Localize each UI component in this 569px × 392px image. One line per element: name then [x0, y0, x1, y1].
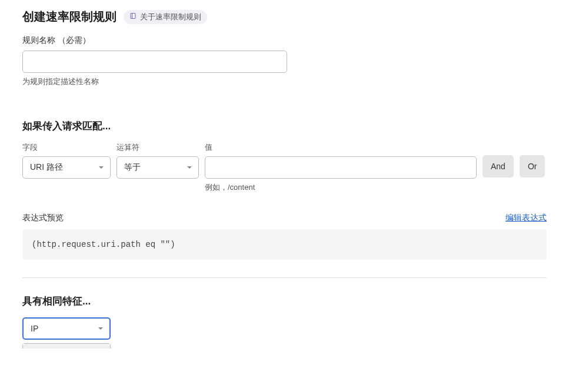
svg-rect-0 — [131, 14, 135, 19]
help-link-text: 关于速率限制规则 — [140, 12, 201, 22]
chevron-down-icon — [98, 165, 104, 170]
chevron-down-icon — [98, 326, 104, 331]
characteristics-select[interactable]: IP — [22, 317, 111, 340]
expression-preview-box: (http.request.uri.path eq "") — [22, 229, 547, 260]
or-button[interactable]: Or — [520, 155, 545, 177]
rule-name-input[interactable] — [22, 51, 287, 73]
field-label: 字段 — [22, 142, 111, 153]
characteristics-title: 具有相同特征... — [22, 294, 547, 308]
value-label: 值 — [205, 142, 477, 153]
value-input[interactable] — [205, 156, 477, 179]
characteristics-dropdown: IP 自定义 — [22, 343, 111, 349]
page-title: 创建速率限制规则 — [22, 9, 117, 25]
dropdown-option-ip[interactable]: IP — [23, 344, 110, 349]
chevron-down-icon — [187, 165, 192, 170]
edit-expression-link[interactable]: 编辑表达式 — [505, 213, 547, 223]
operator-select-value: 等于 — [124, 162, 141, 173]
field-select-value: URI 路径 — [30, 162, 63, 173]
and-button[interactable]: And — [483, 155, 514, 177]
rule-name-label: 规则名称 （必需） — [22, 35, 547, 46]
help-link[interactable]: 关于速率限制规则 — [124, 10, 207, 24]
field-select[interactable]: URI 路径 — [22, 156, 111, 179]
value-hint: 例如，/content — [205, 182, 477, 193]
operator-select[interactable]: 等于 — [117, 156, 199, 179]
expression-preview-label: 表达式预览 — [22, 213, 64, 223]
operator-label: 运算符 — [117, 142, 199, 153]
book-icon — [129, 12, 137, 21]
divider — [22, 277, 547, 278]
characteristics-select-value: IP — [31, 324, 38, 333]
match-section-title: 如果传入请求匹配... — [22, 119, 547, 133]
rule-name-hint: 为规则指定描述性名称 — [22, 76, 547, 87]
